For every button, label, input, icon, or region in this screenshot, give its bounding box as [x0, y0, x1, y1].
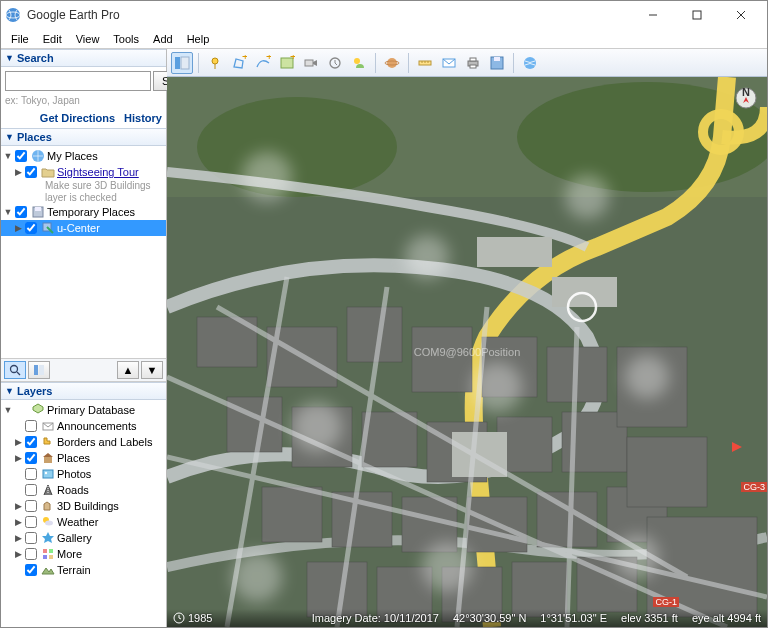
- map-view[interactable]: COM9@9600Position CG-3 CG-1 N 1985 Image…: [167, 77, 767, 627]
- menu-tools[interactable]: Tools: [107, 31, 145, 47]
- polygon-button[interactable]: +: [228, 52, 250, 74]
- svg-rect-25: [43, 555, 47, 559]
- menu-view[interactable]: View: [70, 31, 106, 47]
- svg-point-18: [45, 472, 47, 474]
- checkbox[interactable]: [25, 516, 37, 528]
- layer-photos[interactable]: Photos: [1, 466, 166, 482]
- checkbox[interactable]: [25, 532, 37, 544]
- search-panel-title: Search: [17, 52, 54, 64]
- status-bar: 1985 Imagery Date: 10/11/2017 42°30'30.5…: [167, 609, 767, 627]
- svg-point-96: [615, 535, 659, 579]
- search-panel-header[interactable]: ▼Search: [1, 49, 166, 67]
- menu-help[interactable]: Help: [181, 31, 216, 47]
- svg-point-88: [242, 152, 292, 202]
- places-temporary[interactable]: ▼Temporary Places: [1, 204, 166, 220]
- collapse-icon: ▼: [5, 53, 14, 63]
- path-button[interactable]: +: [252, 52, 274, 74]
- placemark-button[interactable]: [204, 52, 226, 74]
- checkbox[interactable]: [25, 420, 37, 432]
- planet-button[interactable]: [381, 52, 403, 74]
- compass-icon[interactable]: N: [735, 87, 757, 109]
- places-u-center[interactable]: ▶u-Center: [1, 220, 166, 236]
- layers-panel-header[interactable]: ▼Layers: [1, 382, 166, 400]
- minimize-button[interactable]: [631, 2, 675, 28]
- checkbox[interactable]: [25, 436, 37, 448]
- layer-borders[interactable]: ▶Borders and Labels: [1, 434, 166, 450]
- toolbar: + + +: [167, 49, 767, 77]
- svg-marker-22: [42, 532, 54, 543]
- checkbox[interactable]: [25, 500, 37, 512]
- svg-point-89: [405, 235, 449, 279]
- search-places-button[interactable]: [4, 361, 26, 379]
- menu-file[interactable]: File: [5, 31, 35, 47]
- layer-weather[interactable]: ▶Weather: [1, 514, 166, 530]
- svg-rect-66: [362, 412, 417, 467]
- history-button[interactable]: [324, 52, 346, 74]
- layer-more[interactable]: ▶More: [1, 546, 166, 562]
- svg-rect-48: [470, 58, 476, 61]
- history-link[interactable]: History: [124, 112, 162, 124]
- svg-point-10: [11, 366, 18, 373]
- svg-rect-8: [35, 207, 41, 211]
- svg-rect-24: [49, 549, 53, 553]
- maximize-button[interactable]: [675, 2, 719, 28]
- my-places-icon: [31, 149, 45, 163]
- sidebar-toggle-button[interactable]: [171, 52, 193, 74]
- layer-announcements[interactable]: Announcements: [1, 418, 166, 434]
- layer-places[interactable]: ▶Places: [1, 450, 166, 466]
- move-down-button[interactable]: ▼: [141, 361, 163, 379]
- svg-point-40: [387, 58, 397, 68]
- layer-3d-buildings[interactable]: ▶3D Buildings: [1, 498, 166, 514]
- collapse-icon: ▼: [5, 132, 14, 142]
- move-up-button[interactable]: ▲: [117, 361, 139, 379]
- layer-roads[interactable]: Roads: [1, 482, 166, 498]
- svg-rect-27: [175, 57, 180, 69]
- checkbox[interactable]: [25, 468, 37, 480]
- history-year[interactable]: 1985: [173, 612, 212, 624]
- title-bar: Google Earth Pro: [1, 1, 767, 29]
- more-icon: [41, 547, 55, 561]
- places-my-places[interactable]: ▼My Places: [1, 148, 166, 164]
- email-button[interactable]: [438, 52, 460, 74]
- svg-point-39: [354, 58, 360, 64]
- layer-gallery[interactable]: ▶Gallery: [1, 530, 166, 546]
- svg-text:+: +: [266, 55, 271, 62]
- view-in-maps-button[interactable]: [519, 52, 541, 74]
- checkbox[interactable]: [15, 206, 27, 218]
- network-link-icon: [41, 221, 55, 235]
- svg-text:+: +: [290, 55, 295, 62]
- svg-point-91: [292, 402, 342, 452]
- svg-rect-15: [44, 457, 52, 463]
- panel-toggle-button[interactable]: [28, 361, 50, 379]
- checkbox[interactable]: [25, 484, 37, 496]
- checkbox[interactable]: [25, 166, 37, 178]
- checkbox[interactable]: [25, 222, 37, 234]
- checkbox[interactable]: [25, 548, 37, 560]
- layer-terrain[interactable]: Terrain: [1, 562, 166, 578]
- menu-edit[interactable]: Edit: [37, 31, 68, 47]
- svg-rect-36: [305, 60, 313, 66]
- menu-add[interactable]: Add: [147, 31, 179, 47]
- search-input[interactable]: [5, 71, 151, 91]
- image-overlay-button[interactable]: +: [276, 52, 298, 74]
- checkbox[interactable]: [25, 564, 37, 576]
- roads-icon: [41, 483, 55, 497]
- close-button[interactable]: [719, 2, 763, 28]
- places-sightseeing[interactable]: ▶Sightseeing Tour: [1, 164, 166, 180]
- places-panel-title: Places: [17, 131, 52, 143]
- sunlight-button[interactable]: [348, 52, 370, 74]
- announcements-icon: [41, 419, 55, 433]
- checkbox[interactable]: [15, 150, 27, 162]
- get-directions-link[interactable]: Get Directions: [40, 112, 115, 124]
- ruler-button[interactable]: [414, 52, 436, 74]
- print-button[interactable]: [462, 52, 484, 74]
- search-panel: Search ex: Tokyo, Japan Get Directions H…: [1, 67, 166, 128]
- checkbox[interactable]: [25, 452, 37, 464]
- places-panel-header[interactable]: ▼Places: [1, 128, 166, 146]
- record-tour-button[interactable]: [300, 52, 322, 74]
- disk-icon: [31, 205, 45, 219]
- svg-point-92: [472, 362, 522, 412]
- layer-primary-database[interactable]: ▼Primary Database: [1, 402, 166, 418]
- save-image-button[interactable]: [486, 52, 508, 74]
- svg-point-52: [524, 57, 536, 69]
